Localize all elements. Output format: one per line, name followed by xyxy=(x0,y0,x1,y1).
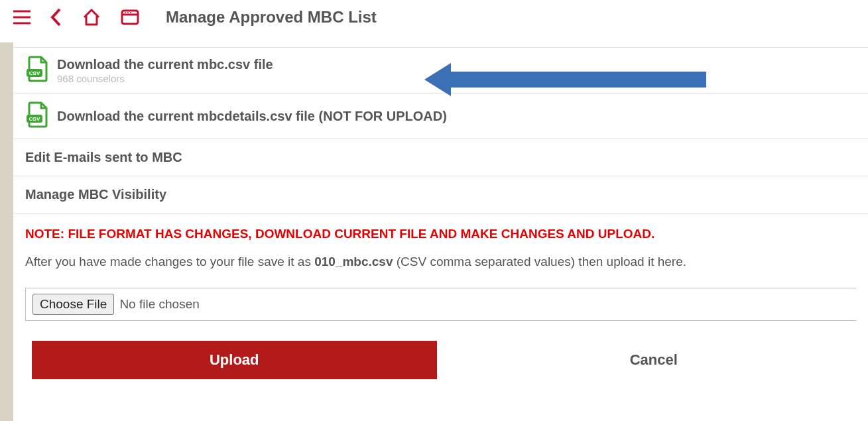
file-status-text: No file chosen xyxy=(119,297,199,312)
choose-file-button[interactable]: Choose File xyxy=(32,294,114,315)
file-input-row: Choose File No file chosen xyxy=(25,288,856,321)
note-section: NOTE: FILE FORMAT HAS CHANGES, DOWNLOAD … xyxy=(13,213,868,288)
manage-visibility-item[interactable]: Manage MBC Visibility xyxy=(13,176,868,213)
main-content: CSV Download the current mbc.csv file 96… xyxy=(13,34,868,379)
home-icon[interactable] xyxy=(82,9,101,26)
svg-text:CSV: CSV xyxy=(29,116,40,122)
back-icon[interactable] xyxy=(50,8,62,27)
csv-icon: CSV xyxy=(25,56,49,85)
note-instr-pre: After you have made changes to your file… xyxy=(25,255,314,269)
download-details-item[interactable]: CSV Download the current mbcdetails.csv … xyxy=(13,93,868,139)
download-details-title: Download the current mbcdetails.csv file… xyxy=(57,109,447,124)
action-buttons: Upload Cancel xyxy=(32,341,856,379)
upload-button[interactable]: Upload xyxy=(32,341,437,379)
edit-emails-title: Edit E-mails sent to MBC xyxy=(25,150,182,164)
window-icon[interactable] xyxy=(121,9,139,25)
svg-text:CSV: CSV xyxy=(29,70,40,76)
download-mbc-title: Download the current mbc.csv file xyxy=(57,57,273,72)
sidebar-strip xyxy=(0,42,13,421)
note-instr-post: (CSV comma separated values) then upload… xyxy=(393,255,687,269)
svg-point-2 xyxy=(127,12,129,13)
menu-icon[interactable] xyxy=(13,10,31,25)
note-instruction: After you have made changes to your file… xyxy=(25,255,856,269)
cancel-button[interactable]: Cancel xyxy=(452,341,857,379)
svg-point-3 xyxy=(130,12,131,13)
manage-visibility-title: Manage MBC Visibility xyxy=(25,187,166,202)
note-warning: NOTE: FILE FORMAT HAS CHANGES, DOWNLOAD … xyxy=(25,227,856,241)
csv-icon: CSV xyxy=(25,101,49,131)
header-bar: Manage Approved MBC List xyxy=(0,0,868,34)
download-mbc-subtitle: 968 counselors xyxy=(57,73,273,84)
svg-point-1 xyxy=(125,12,126,13)
download-mbc-item[interactable]: CSV Download the current mbc.csv file 96… xyxy=(13,48,868,93)
page-title: Manage Approved MBC List xyxy=(166,8,377,27)
edit-emails-item[interactable]: Edit E-mails sent to MBC xyxy=(13,139,868,176)
note-instr-filename: 010_mbc.csv xyxy=(314,255,393,269)
